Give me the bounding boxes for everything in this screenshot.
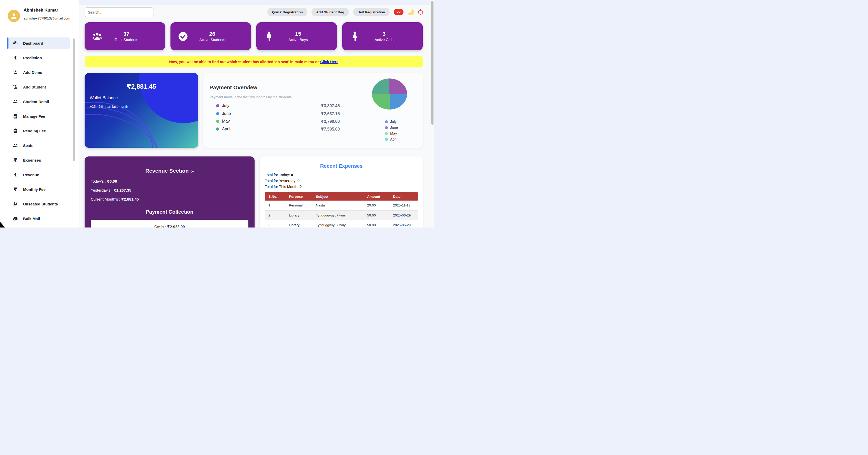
cell-amount: 50.00 <box>364 220 390 228</box>
month-label: May <box>222 119 230 124</box>
total-value: 0 <box>298 179 300 183</box>
sidebar-item-label: Seats <box>23 143 33 148</box>
cell-sno: 3 <box>265 220 285 228</box>
cell-subject: Tytfguggyuyu77yuy <box>312 220 364 228</box>
page-scrollbar-thumb[interactable] <box>431 1 433 125</box>
sidebar-item-expenses[interactable]: ₹ Expenses <box>7 154 70 166</box>
self-registration-button[interactable]: Self Registration <box>353 8 390 17</box>
sidebar-item-seats[interactable]: Seats <box>7 140 70 151</box>
rupee-icon: ₹ <box>11 55 20 60</box>
sidebar-item-label: Add Student <box>23 85 46 89</box>
cell-date: 2025-06-29 <box>390 210 418 220</box>
month-dot <box>216 127 219 130</box>
revenue-yesterday: Yesterday's : ₹1,207.35 <box>91 188 131 193</box>
stat-card-total-students: 37 Total Students <box>85 22 165 50</box>
rupee-icon: ₹ <box>11 172 20 177</box>
clipboard-icon <box>11 128 20 133</box>
quick-registration-button[interactable]: Quick Registration <box>267 8 307 17</box>
person-add-icon <box>11 84 20 90</box>
legend-label: July <box>390 120 397 124</box>
sidebar-item-label: Expenses <box>23 158 41 162</box>
wallet-balance-card: ₹2,881.45 Wallet Balance +25.42% than la… <box>85 73 198 148</box>
month-amount: ₹2,637.15 <box>321 111 340 116</box>
total-label: Total for This Month: <box>265 185 299 189</box>
stat-card-active-girls: 3 Active Girls <box>342 22 423 50</box>
cell-sno: 1 <box>265 201 285 210</box>
sidebar-item-label: Add Demo <box>23 70 42 74</box>
avatar <box>8 10 20 22</box>
sidebar-item-manage-fee[interactable]: Manage Fee <box>7 111 70 122</box>
banner-text: Now, you will be able to find out which … <box>169 60 319 64</box>
rupee-icon: ₹ <box>11 187 20 192</box>
payment-overview-title: Payment Overview <box>210 84 257 91</box>
stat-value: 15 <box>275 31 321 37</box>
col-amount: Amount <box>364 192 390 201</box>
month-amount: ₹3,307.45 <box>321 103 340 108</box>
legend-item: April <box>385 137 397 141</box>
stat-value: 3 <box>361 31 407 37</box>
col-subject: Subject <box>312 192 364 201</box>
revenue-current-month-value: ₹2,881.45 <box>121 197 139 201</box>
sidebar-item-revenue[interactable]: ₹ Revenue <box>7 169 70 180</box>
legend-label: April <box>390 137 397 141</box>
total-value: 0 <box>291 173 293 177</box>
check-circle-icon <box>177 31 189 42</box>
person-icon <box>9 11 18 20</box>
legend-dot <box>385 138 388 141</box>
overview-row: April ₹7,505.00 <box>216 126 349 132</box>
cell-subject: Nasta <box>312 201 364 210</box>
stat-text: 3 Active Girls <box>361 31 407 42</box>
search-input[interactable] <box>85 7 154 17</box>
payment-overview-card: Payment Overview Payment made in the las… <box>203 73 423 148</box>
stat-text: 37 Total Students <box>103 31 150 42</box>
total-yesterday: Total for Yesterday: 0 <box>265 179 300 183</box>
notification-badge[interactable]: 22 <box>394 9 403 16</box>
sidebar-item-label: Student Detail <box>23 99 49 104</box>
clipboard-icon <box>11 113 20 119</box>
stat-value: 26 <box>189 31 236 37</box>
sidebar-item-add-demo[interactable]: Add Demo <box>7 67 70 78</box>
sidebar-item-dashboard[interactable]: Dashboard <box>7 37 70 49</box>
wallet-label: Wallet Balance <box>90 95 118 100</box>
overview-row: June ₹2,637.15 <box>216 111 349 117</box>
month-dot <box>216 120 219 123</box>
male-icon <box>263 31 275 42</box>
sidebar-item-label: Revenue <box>23 173 39 177</box>
sidebar-item-monthly-fee[interactable]: ₹ Monthly Fee <box>7 184 70 195</box>
recent-expenses-title: Recent Expenses <box>260 163 423 169</box>
cell-sno: 2 <box>265 210 285 220</box>
stat-label: Active Girls <box>361 38 407 42</box>
stat-card-active-boys: 15 Active Boys <box>256 22 337 50</box>
people-icon <box>11 99 20 104</box>
cell-purpose: Personal <box>285 201 312 210</box>
legend-item: June <box>385 125 398 129</box>
sidebar-menu: Dashboard ₹ Prediction Add Demo Add Stud… <box>7 37 70 228</box>
total-today: Total for Today: 0 <box>265 173 293 177</box>
dark-mode-moon-icon[interactable] <box>408 9 414 16</box>
dashboard-page: Abhishek Kumar abhishek8579013@gmail.com… <box>0 0 434 228</box>
sidebar-item-unseated-students[interactable]: Unseated Students <box>7 198 70 210</box>
add-student-req-button[interactable]: Add Student Req <box>311 8 349 17</box>
legend-dot <box>385 120 388 123</box>
payment-collection-title: Payment Collection <box>85 209 254 215</box>
sidebar-item-student-detail[interactable]: Student Detail <box>7 96 70 107</box>
person-add-icon <box>11 69 20 75</box>
legend-dot <box>385 126 388 129</box>
sidebar-item-add-student[interactable]: Add Student <box>7 81 70 93</box>
banner-click-here-link[interactable]: Click Here <box>320 60 338 64</box>
payment-pie-chart <box>372 79 407 110</box>
sidebar-item-prediction[interactable]: ₹ Prediction <box>7 52 70 63</box>
profile-name: Abhishek Kumar <box>24 8 70 13</box>
stat-label: Total Students <box>103 38 150 42</box>
sidebar-scrollbar-thumb[interactable] <box>73 38 74 161</box>
sidebar-item-pending-fee[interactable]: Pending Fee <box>7 125 70 136</box>
overview-row: May ₹2,790.00 <box>216 118 349 124</box>
table-header-row: S.No. Purpose Subject Amount Date <box>265 192 418 201</box>
logout-power-icon[interactable] <box>418 10 423 14</box>
page-scrollbar[interactable] <box>430 0 434 228</box>
people-icon <box>11 143 20 148</box>
sidebar-item-label: Dashboard <box>23 41 43 46</box>
profile-text: Abhishek Kumar abhishek8579013@gmail.com <box>24 8 70 20</box>
month-label: April <box>222 127 230 131</box>
sidebar-item-bulk-mail[interactable]: Bulk Mail <box>7 213 70 224</box>
